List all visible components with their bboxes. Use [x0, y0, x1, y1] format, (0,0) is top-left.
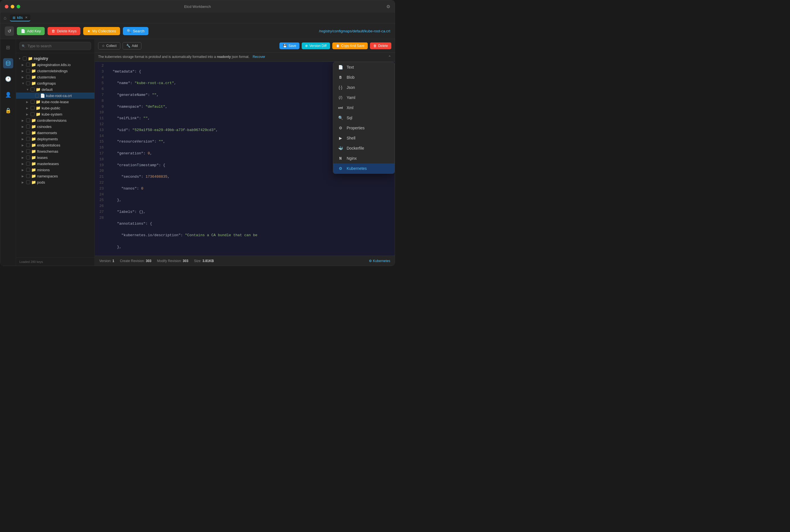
dropdown-item-shell[interactable]: ▶ Shell: [333, 133, 394, 143]
nav-clock-icon[interactable]: 🕐: [3, 74, 13, 84]
tree-item-masterleases[interactable]: ▶ 📁 masterleases: [16, 160, 94, 167]
checkbox[interactable]: [23, 57, 27, 60]
tab-k8s[interactable]: ⊞ k8s ✕: [10, 14, 31, 21]
folder-icon: 📁: [31, 69, 36, 73]
modify-revision-info: Modify Revision: 303: [157, 259, 188, 263]
nginx-icon: N: [338, 156, 343, 160]
folder-icon: 📁: [31, 168, 36, 172]
dropdown-item-kubernetes[interactable]: ⚙ Kubernetes: [333, 164, 394, 173]
search-button[interactable]: 🔍 Search: [123, 27, 149, 35]
tree-label: flowschemas: [37, 149, 58, 153]
checkbox[interactable]: [26, 81, 30, 85]
checkbox[interactable]: [26, 143, 30, 147]
tree-item-minions[interactable]: ▶ 📁 minions: [16, 167, 94, 173]
modify-revision-value: 303: [183, 259, 188, 263]
nav-users-icon[interactable]: 👤: [3, 90, 13, 100]
tree-item-default[interactable]: ▼ 📁 default: [16, 86, 94, 93]
minimize-button[interactable]: [11, 5, 14, 8]
checkbox[interactable]: [26, 137, 30, 141]
dropdown-item-xml[interactable]: xml Xml: [333, 102, 394, 113]
checkbox[interactable]: [26, 162, 30, 166]
tree-item-controllerrevisions[interactable]: ▶ 📁 controllerrevisions: [16, 117, 94, 124]
close-button[interactable]: [5, 5, 8, 8]
tree-item-registry[interactable]: ▼ 📁 registry: [16, 55, 94, 61]
search-input[interactable]: [19, 42, 91, 50]
settings-icon[interactable]: ⚙: [386, 4, 390, 9]
delete-keys-button[interactable]: 🗑 Delete Keys: [47, 27, 80, 35]
create-revision-value: 303: [146, 259, 151, 263]
checkbox[interactable]: [26, 180, 30, 184]
create-revision-info: Create Revision: 303: [120, 259, 151, 263]
dropdown-item-text[interactable]: 📄 Text: [333, 62, 394, 72]
tree-item-leases[interactable]: ▶ 📁 leases: [16, 154, 94, 160]
checkbox[interactable]: [26, 149, 30, 153]
size-value: 3.81KB: [203, 259, 214, 263]
dropdown-item-nginx[interactable]: N Nginx: [333, 153, 394, 164]
add-button[interactable]: 🔧 Add: [122, 42, 141, 50]
status-bar: Version: 1 Create Revision: 303 Modify R…: [95, 255, 395, 266]
add-key-button[interactable]: 📄 Add Key: [17, 27, 45, 35]
my-collections-button[interactable]: ★ My Collections: [83, 27, 120, 35]
checkbox[interactable]: [26, 69, 30, 73]
tree-item-endpointslices[interactable]: ▶ 📁 endpointslices: [16, 142, 94, 148]
tree-item-clusterrolebindings[interactable]: ▶ 📁 clusterrolebindings: [16, 68, 94, 74]
tree-item-clusterroles[interactable]: ▶ 📁 clusterroles: [16, 74, 94, 80]
dropdown-item-dockerfile[interactable]: 🐳 Dockerfile: [333, 143, 394, 153]
dropdown-item-sql[interactable]: 🔍 Sql: [333, 113, 394, 123]
checkbox[interactable]: [26, 118, 30, 122]
tree-label: leases: [37, 155, 48, 160]
collect-button[interactable]: ☆ Collect: [98, 42, 120, 50]
tree-item-flowschemas[interactable]: ▶ 📁 flowschemas: [16, 148, 94, 154]
checkbox[interactable]: [31, 112, 35, 116]
checkbox[interactable]: [26, 168, 30, 172]
copy-icon: 📋: [336, 44, 340, 48]
tree-item-apiregistration[interactable]: ▶ 📁 apiregistration.k8s.io: [16, 61, 94, 68]
tree-item-daemonsets[interactable]: ▶ 📁 daemonsets: [16, 130, 94, 136]
tree-item-pods[interactable]: ▶ 📁 pods: [16, 179, 94, 185]
tree-item-csinodes[interactable]: ▶ 📁 csinodes: [16, 124, 94, 130]
version-diff-button[interactable]: ⊕ Version Diff: [302, 42, 330, 49]
chevron-right-icon: ▶: [26, 107, 30, 110]
info-text: The kubernetes storage format is protobu…: [98, 55, 249, 59]
tab-close-icon[interactable]: ✕: [25, 16, 27, 19]
nav-grid-icon[interactable]: ⊞: [3, 42, 13, 53]
recover-link[interactable]: Recover: [253, 55, 265, 59]
sql-icon: 🔍: [338, 116, 343, 120]
checkbox[interactable]: [31, 100, 35, 104]
checkbox[interactable]: [26, 174, 30, 178]
checkbox[interactable]: [26, 63, 30, 66]
tree-item-kube-root-ca[interactable]: 📄 kube-root-ca.crt: [16, 93, 94, 99]
delete-button[interactable]: 🗑 Delete: [370, 42, 391, 49]
checkbox[interactable]: [26, 131, 30, 135]
checkbox[interactable]: [26, 125, 30, 129]
folder-icon: 📁: [31, 155, 36, 160]
maximize-button[interactable]: [17, 5, 20, 8]
file-tree: ▼ 📁 registry ▶ 📁 apiregistration.k8s.io …: [16, 53, 94, 258]
chevron-right-icon: ▶: [22, 181, 25, 184]
refresh-button[interactable]: ↺: [5, 26, 14, 36]
tree-item-namespaces[interactable]: ▶ 📁 namespaces: [16, 173, 94, 179]
checkbox[interactable]: [35, 94, 39, 98]
tree-item-kube-public[interactable]: ▶ 📁 kube-public: [16, 105, 94, 111]
dropdown-item-blob[interactable]: B Blob: [333, 72, 394, 82]
home-icon[interactable]: ⌂: [4, 16, 6, 20]
tree-item-kube-system[interactable]: ▶ 📁 kube-system: [16, 111, 94, 117]
nav-lock-icon[interactable]: 🔒: [3, 106, 13, 116]
nav-database-icon[interactable]: [3, 58, 13, 68]
checkbox[interactable]: [31, 88, 35, 91]
save-button[interactable]: 💾 Save: [280, 42, 300, 49]
collapse-icon[interactable]: ⌃: [388, 55, 391, 59]
chevron-right-icon: ▶: [26, 100, 30, 103]
checkbox[interactable]: [31, 106, 35, 110]
dropdown-item-json[interactable]: {·} Json: [333, 82, 394, 93]
tree-label: namespaces: [37, 174, 58, 178]
tree-item-deployments[interactable]: ▶ 📁 deployments: [16, 136, 94, 142]
dropdown-item-properties[interactable]: ⚙ Properties: [333, 123, 394, 133]
folder-icon: 📁: [31, 174, 36, 178]
copy-save-button[interactable]: 📋 Copy And Save: [332, 42, 368, 49]
tree-item-kube-node-lease[interactable]: ▶ 📁 kube-node-lease: [16, 99, 94, 105]
checkbox[interactable]: [26, 155, 30, 159]
checkbox[interactable]: [26, 75, 30, 79]
dropdown-item-yaml[interactable]: ⟨/⟩ Yaml: [333, 93, 394, 102]
tree-item-configmaps[interactable]: ▼ 📁 configmaps: [16, 80, 94, 86]
